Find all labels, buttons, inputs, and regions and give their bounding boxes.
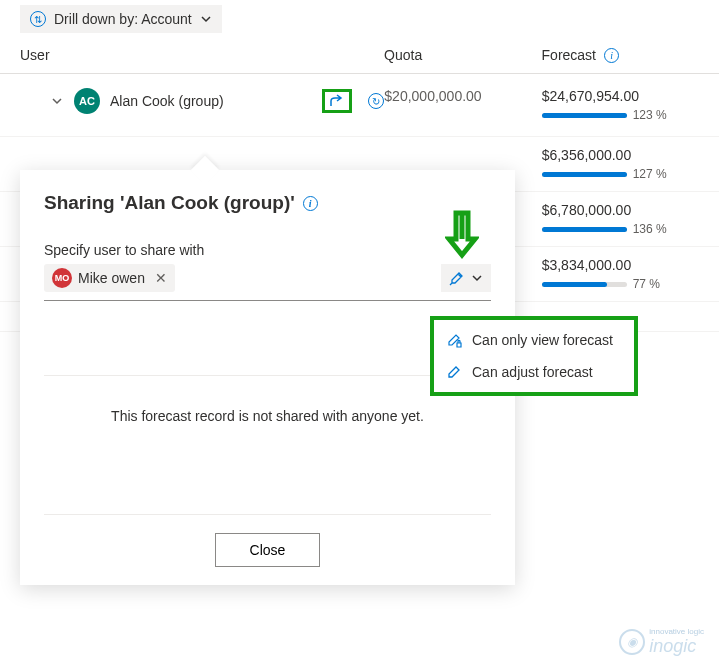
grid-header: User Quota Forecast i [0,47,719,74]
arrow-annotation [445,209,479,262]
chevron-down-icon [471,272,483,284]
permission-option-adjust[interactable]: Can adjust forecast [434,356,634,388]
hierarchy-icon: ⇅ [30,11,46,27]
drilldown-chip[interactable]: ⇅ Drill down by: Account [20,5,222,33]
chip-label: Mike owen [78,270,145,286]
chevron-down-icon[interactable] [50,94,64,108]
watermark-logo: ◉ innovative logic inogic [619,627,704,657]
chevron-down-icon [200,13,212,25]
avatar: AC [74,88,100,114]
pencil-icon [449,270,465,286]
dialog-subtitle: Specify user to share with [44,242,491,258]
refresh-icon[interactable]: ↻ [368,93,384,109]
share-icon[interactable] [328,93,346,109]
col-header-forecast[interactable]: Forecast i [542,47,699,63]
col-header-user[interactable]: User [20,47,384,63]
table-row[interactable]: AC Alan Cook (group) ↻ $20,000,000.00 $2… [0,74,719,137]
pencil-lock-icon [446,332,462,348]
close-button[interactable]: Close [215,533,321,567]
permission-dropdown-button[interactable] [441,264,491,292]
avatar: MO [52,268,72,288]
user-chip[interactable]: MO Mike owen ✕ [44,264,175,292]
empty-state-message: This forecast record is not shared with … [44,396,491,494]
permission-option-view[interactable]: Can only view forecast [434,324,634,356]
col-header-quota[interactable]: Quota [384,47,541,63]
permission-dropdown-menu: Can only view forecast Can adjust foreca… [430,316,638,396]
pencil-icon [446,364,462,380]
forecast-cell: $24,670,954.00 123 % [542,88,699,122]
progress-bar [542,113,627,118]
drilldown-label: Drill down by: Account [54,11,192,27]
info-icon[interactable]: i [303,196,318,211]
share-button-highlight [322,89,352,113]
dialog-title: Sharing 'Alan Cook (group)' i [44,192,491,214]
user-name: Alan Cook (group) [110,93,224,109]
quota-value: $20,000,000.00 [384,88,541,104]
remove-icon[interactable]: ✕ [155,270,167,286]
info-icon[interactable]: i [604,48,619,63]
